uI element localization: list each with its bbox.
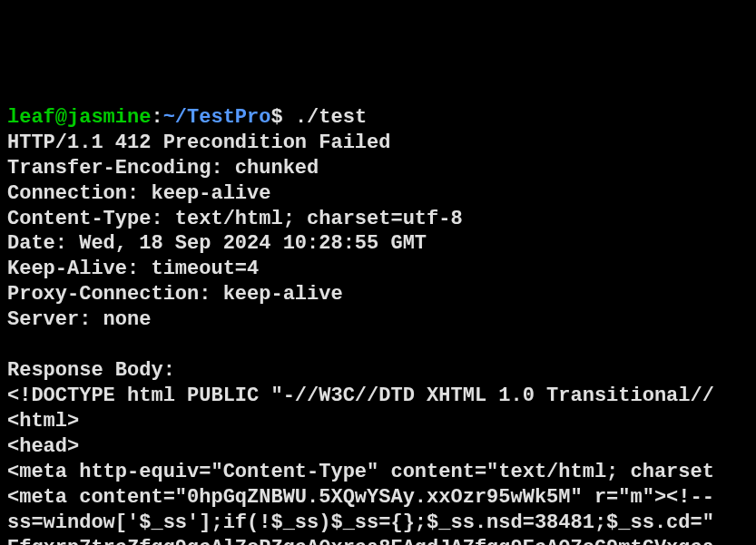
output-line: Keep-Alive: timeout=4 [7,258,259,280]
output-line: <head> [7,435,79,458]
output-line: Efgxrp7trcZfqq9qcAl7oPZqcAQxrca8EAqdJA7f… [7,537,714,545]
prompt-dollar: $ [270,106,294,129]
output-line: <!DOCTYPE html PUBLIC "-//W3C//DTD XHTML… [7,384,714,407]
output-line: HTTP/1.1 412 Precondition Failed [7,131,390,154]
output-line: Server: none [7,308,151,331]
output-line: Date: Wed, 18 Sep 2024 10:28:55 GMT [7,232,427,255]
cwd-path: ~/TestPro [163,106,271,129]
terminal-output[interactable]: leaf@jasmine:~/TestPro$ ./testHTTP/1.1 4… [7,105,749,545]
output-line: <meta content="0hpGqZNBWU.5XQwYSAy.xxOzr… [7,486,714,509]
output-line: Content-Type: text/html; charset=utf-8 [7,208,463,230]
user-host: leaf@jasmine [7,106,151,129]
output-line: ss=window['$_ss'];if(!$_ss)$_ss={};$_ss.… [7,511,714,534]
output-line: Transfer-Encoding: chunked [7,157,319,180]
output-line: <meta http-equiv="Content-Type" content=… [7,461,714,483]
output-line: Connection: keep-alive [7,182,270,205]
output-line: Proxy-Connection: keep-alive [7,283,343,306]
output-line: Response Body: [7,359,175,382]
prompt-colon: : [151,106,162,129]
prompt-line: leaf@jasmine:~/TestPro$ ./test [7,105,749,131]
output-line: <html> [7,410,79,433]
command-text: ./test [295,106,367,129]
